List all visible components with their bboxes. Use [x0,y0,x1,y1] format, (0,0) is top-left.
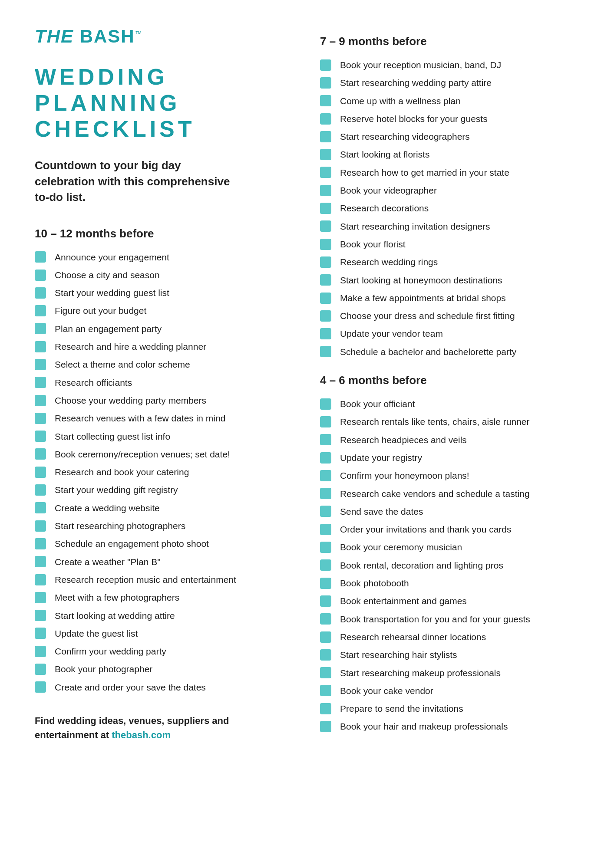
list-item-label: Book rental, decoration and lighting pro… [340,559,503,571]
checkbox-icon[interactable] [320,578,331,589]
checkbox-icon[interactable] [320,220,331,232]
checkbox-icon[interactable] [35,251,46,263]
checkbox-icon[interactable] [35,646,46,657]
checkbox-icon[interactable] [35,287,46,299]
list-item-label: Meet with a few photographers [55,592,179,603]
list-item: Book your videographer [320,181,579,199]
checkbox-icon[interactable] [320,685,331,696]
checkbox-icon[interactable] [35,681,46,693]
list-item: Update your vendor team [320,325,579,342]
footer-link[interactable]: thebash.com [112,730,171,740]
checkbox-icon[interactable] [35,448,46,460]
list-item: Book your hair and makeup professionals [320,717,579,735]
checkbox-icon[interactable] [35,502,46,513]
checkbox-icon[interactable] [320,470,331,481]
checkbox-icon[interactable] [320,59,331,71]
section-10-12: 10 – 12 months before Announce your enga… [35,227,294,696]
checkbox-icon[interactable] [320,631,331,643]
checkbox-icon[interactable] [35,305,46,316]
checkbox-icon[interactable] [320,559,331,571]
list-item-label: Book your ceremony musician [340,541,462,553]
list-item-label: Figure out your budget [55,305,146,316]
list-item: Figure out your budget [35,302,294,319]
checkbox-icon[interactable] [35,323,46,334]
checkbox-icon[interactable] [35,520,46,532]
checkbox-icon[interactable] [320,149,331,160]
list-item: Confirm your honeymoon plans! [320,467,579,484]
list-item: Start researching invitation designers [320,217,579,235]
checkbox-icon[interactable] [320,185,331,196]
list-item-label: Start your wedding gift registry [55,484,178,496]
checkbox-icon[interactable] [320,595,331,607]
checkbox-icon[interactable] [320,542,331,553]
list-item-label: Research and book your catering [55,466,189,478]
list-item: Order your invitations and thank you car… [320,520,579,538]
checklist-4-6: Book your officiantResearch rentals like… [320,395,579,736]
checkbox-icon[interactable] [320,131,331,142]
checkbox-icon[interactable] [35,556,46,567]
list-item-label: Make a few appointments at bridal shops [340,292,506,304]
list-item-label: Research how to get married in your stat… [340,167,509,178]
checkbox-icon[interactable] [35,628,46,639]
checkbox-icon[interactable] [35,574,46,585]
checkbox-icon[interactable] [35,467,46,478]
checkbox-icon[interactable] [320,524,331,535]
list-item-label: Book ceremony/reception venues; set date… [55,448,230,460]
list-item: Start researching hair stylists [320,646,579,664]
checkbox-icon[interactable] [320,346,331,357]
list-item-label: Prepare to send the invitations [340,703,463,714]
checkbox-icon[interactable] [35,377,46,388]
checkbox-icon[interactable] [320,167,331,178]
checkbox-icon[interactable] [35,484,46,496]
checkbox-icon[interactable] [320,434,331,445]
checkbox-icon[interactable] [320,488,331,499]
checkbox-icon[interactable] [35,413,46,424]
list-item: Book entertainment and games [320,592,579,610]
checkbox-icon[interactable] [320,398,331,410]
checkbox-icon[interactable] [35,270,46,281]
checkbox-icon[interactable] [320,667,331,678]
list-item: Start collecting guest list info [35,427,294,445]
checkbox-icon[interactable] [320,721,331,732]
list-item-label: Research rehearsal dinner locations [340,631,486,643]
list-item-label: Book photobooth [340,577,409,589]
checkbox-icon[interactable] [320,416,331,427]
list-item-label: Book your officiant [340,398,415,410]
list-item-label: Start looking at wedding attire [55,610,175,621]
checkbox-icon[interactable] [320,506,331,517]
checkbox-icon[interactable] [35,538,46,549]
checkbox-icon[interactable] [320,310,331,322]
list-item: Book transportation for you and for your… [320,610,579,628]
checkbox-icon[interactable] [320,293,331,304]
checkbox-icon[interactable] [35,610,46,621]
checkbox-icon[interactable] [320,95,331,106]
checkbox-icon[interactable] [35,431,46,442]
checkbox-icon[interactable] [320,113,331,125]
checkbox-icon[interactable] [320,613,331,625]
list-item-label: Book your photographer [55,663,152,675]
checkbox-icon[interactable] [320,328,331,339]
checkbox-icon[interactable] [320,77,331,89]
list-item-label: Update your registry [340,452,422,464]
list-item-label: Select a theme and color scheme [55,358,190,370]
list-item: Start researching videographers [320,128,579,145]
checkbox-icon[interactable] [35,592,46,603]
list-item-label: Plan an engagement party [55,323,162,335]
checkbox-icon[interactable] [320,274,331,286]
checkbox-icon[interactable] [320,203,331,214]
list-item: Research venues with a few dates in mind [35,409,294,427]
checkbox-icon[interactable] [320,239,331,250]
checkbox-icon[interactable] [35,395,46,406]
checkbox-icon[interactable] [35,359,46,370]
list-item-label: Confirm your wedding party [55,645,166,657]
checkbox-icon[interactable] [35,341,46,352]
checkbox-icon[interactable] [35,664,46,675]
list-item-label: Update the guest list [55,628,138,639]
logo-bash: Bash [80,26,135,46]
checkbox-icon[interactable] [320,452,331,464]
list-item: Choose a city and season [35,266,294,284]
list-item: Research reception music and entertainme… [35,571,294,589]
checkbox-icon[interactable] [320,256,331,268]
checkbox-icon[interactable] [320,703,331,714]
checkbox-icon[interactable] [320,649,331,661]
